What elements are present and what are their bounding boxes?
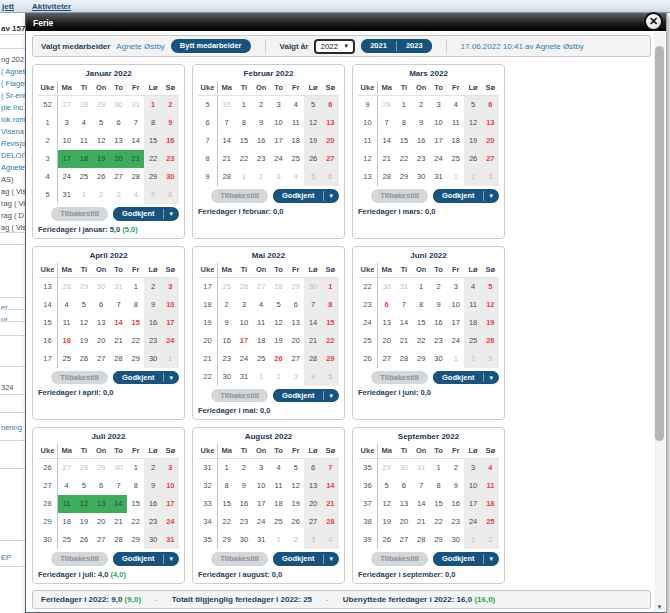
day-cell[interactable]: 25	[287, 150, 304, 168]
day-cell[interactable]: 13	[93, 314, 110, 332]
day-cell[interactable]: 30	[447, 531, 464, 549]
day-cell[interactable]: 24	[58, 168, 75, 186]
day-cell[interactable]: 3	[482, 350, 499, 368]
day-cell[interactable]: 30	[235, 531, 252, 549]
day-cell[interactable]: 7	[322, 459, 339, 477]
day-cell[interactable]: 4	[253, 296, 270, 314]
day-cell[interactable]: 29	[413, 350, 430, 368]
day-cell[interactable]: 24	[235, 350, 252, 368]
day-cell[interactable]: 15	[127, 495, 144, 513]
day-cell[interactable]: 20	[322, 132, 339, 150]
day-cell[interactable]: 22	[430, 513, 447, 531]
day-cell[interactable]: 25	[482, 513, 499, 531]
day-cell[interactable]: 15	[144, 132, 161, 150]
dialog-titlebar[interactable]: Ferie ✕	[26, 14, 666, 31]
sidebar-text-fragment[interactable]: nering	[1, 423, 22, 432]
day-cell[interactable]: 12	[287, 477, 304, 495]
day-cell[interactable]: 9	[413, 114, 430, 132]
day-cell[interactable]: 23	[447, 513, 464, 531]
day-cell[interactable]: 8	[395, 114, 412, 132]
day-cell[interactable]: 30	[378, 278, 395, 296]
day-cell[interactable]: 9	[430, 296, 447, 314]
day-cell[interactable]: 23	[144, 332, 161, 350]
chevron-down-icon[interactable]: ▾	[164, 552, 179, 566]
day-cell[interactable]: 12	[75, 314, 92, 332]
day-cell[interactable]: 6	[93, 477, 110, 495]
day-cell[interactable]: 22	[413, 332, 430, 350]
day-cell[interactable]: 4	[75, 114, 92, 132]
day-cell[interactable]: 13	[378, 314, 395, 332]
day-cell[interactable]: 2	[218, 296, 235, 314]
day-cell[interactable]: 26	[304, 150, 321, 168]
month-approve-button[interactable]: Godkjent	[273, 552, 324, 566]
day-cell[interactable]: 18	[464, 314, 481, 332]
day-cell[interactable]: 1	[413, 278, 430, 296]
sidebar-text-fragment[interactable]: DELOIT	[1, 151, 25, 160]
day-cell[interactable]: 14	[127, 132, 144, 150]
day-cell[interactable]: 28	[322, 513, 339, 531]
day-cell[interactable]: 27	[253, 278, 270, 296]
chevron-down-icon[interactable]: ▾	[324, 389, 339, 403]
month-approve-button[interactable]: Godkjent	[113, 207, 164, 221]
day-cell[interactable]: 28	[413, 531, 430, 549]
day-cell[interactable]: 31	[253, 531, 270, 549]
day-cell[interactable]: 21	[110, 513, 127, 531]
day-cell[interactable]: 15	[218, 495, 235, 513]
day-cell[interactable]: 2	[430, 278, 447, 296]
chevron-down-icon[interactable]: ▾	[324, 189, 339, 203]
day-cell[interactable]: 9	[144, 296, 161, 314]
day-cell[interactable]: 5	[75, 296, 92, 314]
day-cell[interactable]: 19	[482, 314, 499, 332]
day-cell[interactable]: 24	[270, 150, 287, 168]
day-cell[interactable]: 4	[58, 296, 75, 314]
day-cell[interactable]: 28	[75, 96, 92, 114]
day-cell[interactable]: 14	[322, 477, 339, 495]
day-cell[interactable]: 23	[144, 513, 161, 531]
day-cell[interactable]: 11	[482, 477, 499, 495]
day-cell[interactable]: 11	[253, 314, 270, 332]
day-cell[interactable]: 30	[144, 350, 161, 368]
day-cell[interactable]: 18	[482, 495, 499, 513]
day-cell[interactable]: 21	[110, 332, 127, 350]
day-cell[interactable]: 26	[93, 168, 110, 186]
day-cell[interactable]: 14	[110, 495, 127, 513]
day-cell[interactable]: 13	[322, 114, 339, 132]
day-cell[interactable]: 9	[253, 114, 270, 132]
month-reset-button[interactable]: Tilbakestill	[51, 207, 108, 221]
day-cell[interactable]: 31	[110, 278, 127, 296]
day-cell[interactable]: 1	[162, 350, 179, 368]
day-cell[interactable]: 14	[218, 132, 235, 150]
month-approve-button[interactable]: Godkjent	[113, 371, 164, 385]
day-cell[interactable]: 11	[58, 495, 75, 513]
scrollbar-thumb[interactable]	[655, 46, 664, 441]
day-cell[interactable]: 5	[93, 114, 110, 132]
day-cell[interactable]: 10	[253, 477, 270, 495]
day-cell[interactable]: 1	[322, 278, 339, 296]
day-cell[interactable]: 19	[304, 132, 321, 150]
day-cell[interactable]: 19	[75, 332, 92, 350]
day-cell[interactable]: 30	[110, 96, 127, 114]
day-cell[interactable]: 23	[162, 150, 179, 168]
day-cell[interactable]: 24	[162, 513, 179, 531]
day-cell[interactable]: 15	[127, 314, 144, 332]
day-cell[interactable]: 29	[127, 531, 144, 549]
sidebar-text-fragment[interactable]: ple Inc.)	[1, 103, 25, 112]
day-cell[interactable]: 5	[482, 278, 499, 296]
day-cell[interactable]: 1	[430, 459, 447, 477]
day-cell[interactable]: 18	[58, 332, 75, 350]
day-cell[interactable]: 31	[127, 96, 144, 114]
chevron-down-icon[interactable]: ▾	[484, 552, 499, 566]
day-cell[interactable]: 8	[127, 477, 144, 495]
day-cell[interactable]: 2	[253, 96, 270, 114]
day-cell[interactable]: 18	[58, 513, 75, 531]
chevron-down-icon[interactable]: ▾	[164, 207, 179, 221]
day-cell[interactable]: 1	[395, 96, 412, 114]
sidebar-text-fragment[interactable]: Visena A	[1, 127, 25, 136]
month-reset-button[interactable]: Tilbakestill	[211, 389, 268, 403]
day-cell[interactable]: 1	[447, 350, 464, 368]
day-cell[interactable]: 8	[127, 296, 144, 314]
day-cell[interactable]: 8	[235, 114, 252, 132]
chevron-down-icon[interactable]: ▾	[164, 371, 179, 385]
day-cell[interactable]: 16	[447, 495, 464, 513]
day-cell[interactable]: 25	[253, 350, 270, 368]
